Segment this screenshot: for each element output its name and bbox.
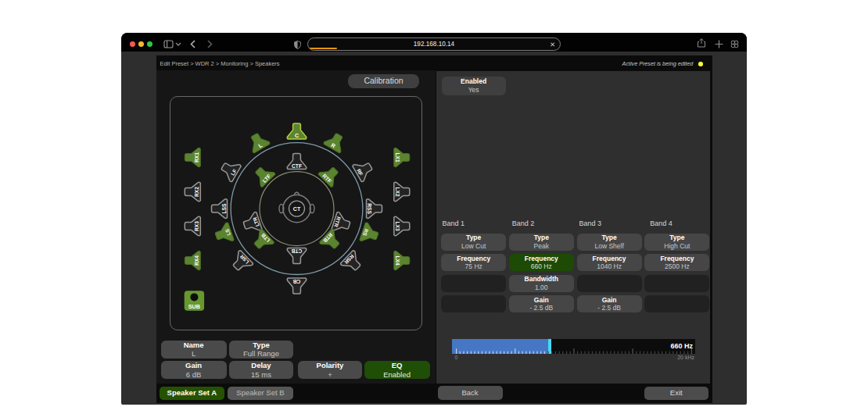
svg-text:CB: CB	[293, 278, 301, 284]
svg-text:LX4: LX4	[395, 255, 400, 265]
svg-text:LX2: LX2	[395, 187, 400, 196]
svg-text:RX2: RX2	[195, 186, 200, 196]
svg-text:LX3: LX3	[395, 221, 400, 230]
svg-text:RX4: RX4	[195, 255, 200, 265]
svg-text:CTB: CTB	[291, 248, 302, 254]
svg-text:RSS: RSS	[367, 203, 372, 214]
svg-text:RX1: RX1	[195, 152, 200, 162]
svg-text:CTF: CTF	[292, 162, 302, 168]
svg-text:SUB: SUB	[188, 302, 200, 309]
svg-text:C: C	[295, 133, 299, 138]
svg-text:LSS: LSS	[221, 203, 227, 213]
svg-text:RX3: RX3	[195, 220, 200, 230]
svg-text:CT: CT	[293, 205, 301, 211]
svg-text:LX1: LX1	[395, 152, 400, 162]
